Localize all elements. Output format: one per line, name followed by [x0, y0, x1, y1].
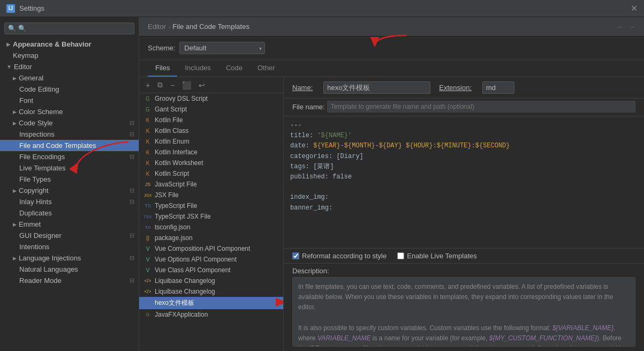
file-item-javascript[interactable]: JS JavaScript File — [139, 179, 283, 190]
sidebar-item-inlay-hints[interactable]: Inlay Hints ⊟ — [0, 196, 139, 207]
file-item-vue-composition[interactable]: V Vue Composition API Component — [139, 243, 283, 254]
ext-input[interactable] — [482, 81, 514, 94]
file-item-jsx[interactable]: JSX JSX File — [139, 190, 283, 200]
sidebar-item-file-encodings[interactable]: File Encodings ⊟ — [0, 151, 139, 162]
gear-icon: ⊟ — [130, 277, 134, 284]
sidebar-item-reader-mode[interactable]: Reader Mode ⊟ — [0, 275, 139, 286]
file-item-label: Kotlin Script — [155, 170, 189, 177]
file-item-gant[interactable]: G Gant Script — [139, 104, 283, 115]
sidebar-item-copyright[interactable]: ▶ Copyright ⊟ — [0, 185, 139, 196]
code-line-2: title: '${NAME}' — [290, 131, 638, 141]
sidebar-label: Language Injections — [19, 254, 81, 262]
file-icon: G — [143, 311, 152, 318]
description-box: In file templates, you can use text, cod… — [292, 277, 635, 347]
sidebar-item-language-injections[interactable]: ▶ Language Injections ⊟ — [0, 252, 139, 264]
file-item-label: Vue Composition API Component — [155, 245, 250, 252]
file-icon: K — [143, 138, 152, 145]
sidebar-item-general[interactable]: ▶ General — [0, 72, 139, 84]
file-item-tsconfig[interactable]: TS tsconfig.json — [139, 222, 283, 233]
tab-includes[interactable]: Includes — [177, 60, 218, 77]
copy-template-button[interactable]: ⧉ — [155, 79, 165, 91]
file-icon: K — [143, 127, 152, 135]
tab-other[interactable]: Other — [250, 60, 283, 77]
file-item-kotlin-class[interactable]: K Kotlin Class — [139, 125, 283, 136]
file-item-kotlin-interface[interactable]: K Kotlin Interface — [139, 147, 283, 158]
sidebar-item-keymap[interactable]: Keymap — [0, 50, 139, 61]
tab-files[interactable]: Files — [148, 60, 177, 77]
file-item-typescript-jsx[interactable]: TSX TypeScript JSX File — [139, 211, 283, 222]
red-arrow-scheme — [369, 31, 412, 58]
scheme-label: Scheme: — [148, 44, 175, 52]
file-item-kotlin-enum[interactable]: K Kotlin Enum — [139, 136, 283, 147]
settings-template-button[interactable]: ⬛ — [180, 80, 193, 91]
sidebar-item-color-scheme[interactable]: ▶ Color Scheme — [0, 106, 139, 117]
close-button[interactable]: ✕ — [631, 3, 638, 13]
desc-para-1: In file templates, you can use text, cod… — [298, 282, 630, 313]
file-item-label: Kotlin Class — [155, 127, 188, 135]
reformat-checkbox-group[interactable]: Reformat according to style — [292, 252, 387, 260]
file-item-hexo[interactable]: M↓ hexo文件模板 — [139, 297, 283, 309]
sidebar-item-code-editing[interactable]: Code Editing — [0, 84, 139, 95]
search-input[interactable] — [18, 25, 131, 32]
filename-row: File name: — [284, 99, 644, 116]
sidebar-item-duplicates[interactable]: Duplicates — [0, 207, 139, 219]
sidebar-item-live-templates[interactable]: Live Templates — [0, 162, 139, 174]
forward-button[interactable]: → — [628, 23, 635, 31]
live-templates-checkbox-group[interactable]: Enable Live Templates — [397, 252, 477, 260]
file-item-kotlin-worksheet[interactable]: K Kotlin Worksheet — [139, 158, 283, 168]
file-icon: V — [143, 245, 152, 252]
add-template-button[interactable]: + — [143, 80, 152, 91]
file-item-label: JavaFXApplication — [155, 311, 208, 318]
file-item-groovy-dsl[interactable]: G Groovy DSL Script — [139, 93, 283, 104]
file-item-label: JSX File — [155, 191, 179, 199]
tab-code[interactable]: Code — [218, 60, 250, 77]
live-templates-label: Enable Live Templates — [407, 252, 477, 260]
sidebar-item-appearance[interactable]: ▶ Appearance & Behavior — [0, 39, 139, 50]
sidebar-label: Color Scheme — [19, 108, 63, 116]
live-templates-checkbox[interactable] — [397, 252, 404, 259]
file-list: G Groovy DSL Script G Gant Script K Kotl… — [139, 93, 283, 351]
file-icon: </> — [143, 277, 152, 285]
file-icon: TSX — [143, 213, 152, 220]
search-icon: 🔍 — [8, 25, 16, 32]
file-item-typescript[interactable]: TS TypeScript File — [139, 200, 283, 211]
file-item-vue-options[interactable]: V Vue Options API Component — [139, 254, 283, 265]
file-icon: K — [143, 159, 152, 167]
revert-template-button[interactable]: ↩ — [196, 80, 207, 91]
back-button[interactable]: ← — [616, 23, 624, 31]
file-item-label: package.json — [155, 234, 193, 242]
code-editor[interactable]: --- title: '${NAME}' date: ${YEAR}-${MON… — [284, 116, 644, 249]
file-item-kotlin-script[interactable]: K Kotlin Script — [139, 168, 283, 179]
name-input[interactable] — [323, 81, 430, 94]
filename-input[interactable] — [327, 101, 635, 113]
sidebar-item-code-style[interactable]: ▶ Code Style ⊟ — [0, 117, 139, 129]
file-item-label: Kotlin Interface — [155, 148, 198, 156]
sidebar-label: Live Templates — [19, 164, 65, 172]
sidebar-label: General — [19, 74, 43, 82]
file-item-vue-class[interactable]: V Vue Class API Component — [139, 265, 283, 275]
file-item-kotlin-file[interactable]: K Kotlin File — [139, 115, 283, 125]
sidebar-item-natural-languages[interactable]: Natural Languages — [0, 264, 139, 275]
remove-template-button[interactable]: − — [168, 80, 177, 91]
scheme-select[interactable]: Default Project — [179, 42, 265, 54]
sidebar-item-emmet[interactable]: ▶ Emmet — [0, 219, 139, 230]
sidebar-item-editor[interactable]: ▼ Editor — [0, 61, 139, 72]
sidebar-item-font[interactable]: Font — [0, 95, 139, 106]
file-item-liquibase1[interactable]: </> Liquibase Changelog — [139, 275, 283, 286]
scheme-row: Scheme: Default Project — [139, 36, 644, 60]
code-line-4: categories: [Diary] — [290, 152, 638, 162]
file-icon: JSX — [143, 191, 152, 199]
file-item-javafx[interactable]: G JavaFXApplication — [139, 309, 283, 320]
file-item-package-json[interactable]: {} package.json — [139, 233, 283, 243]
app-icon: IJ — [6, 4, 15, 13]
search-box[interactable]: 🔍 — [4, 23, 134, 34]
sidebar-item-inspections[interactable]: Inspections ⊟ — [0, 129, 139, 140]
sidebar-item-file-templates[interactable]: File and Code Templates — [0, 140, 139, 151]
code-line-8: banner_img: — [290, 203, 638, 213]
sidebar-item-gui-designer[interactable]: GUI Designer ⊟ — [0, 230, 139, 241]
sidebar-item-file-types[interactable]: File Types — [0, 174, 139, 185]
sidebar-item-intentions[interactable]: Intentions — [0, 241, 139, 252]
reformat-checkbox[interactable] — [292, 252, 299, 259]
file-item-liquibase2[interactable]: </> Liquibase Changelog — [139, 286, 283, 297]
gear-icon: ⊟ — [130, 131, 134, 138]
